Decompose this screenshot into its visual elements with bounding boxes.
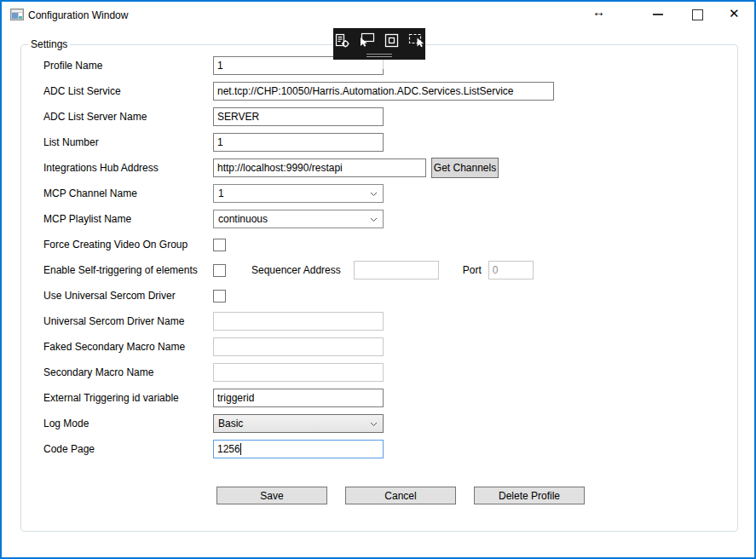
chevron-down-icon: [370, 217, 378, 222]
port-label: Port: [463, 264, 482, 276]
log-mode-value: Basic: [218, 418, 243, 429]
settings-groupbox: Settings Profile Name ADC List Service A…: [20, 44, 738, 532]
adc-list-service-input[interactable]: [213, 82, 554, 101]
window-title: Configuration Window: [28, 9, 128, 21]
get-channels-button[interactable]: Get Channels: [431, 158, 499, 178]
row-adc-list-service: ADC List Service: [43, 78, 737, 104]
port-input[interactable]: [488, 261, 534, 280]
mcp-channel-label: MCP Channel Name: [43, 187, 213, 199]
universal-sercom-name-input[interactable]: [213, 312, 384, 331]
minimize-button[interactable]: [653, 14, 663, 15]
chevron-down-icon: [370, 192, 378, 197]
cancel-button[interactable]: Cancel: [345, 487, 456, 504]
list-number-label: List Number: [43, 136, 213, 148]
row-enable-self-triggering: Enable Self-triggering of elements Seque…: [43, 257, 737, 283]
list-number-input[interactable]: [213, 133, 384, 152]
mcp-playlist-combobox[interactable]: continuous: [213, 210, 384, 228]
external-triggering-label: External Triggering id variable: [43, 392, 213, 404]
adc-list-service-label: ADC List Service: [43, 85, 213, 97]
use-universal-sercom-checkbox[interactable]: [213, 290, 226, 303]
sequencer-address-label: Sequencer Address: [251, 264, 341, 276]
universal-sercom-name-label: Universal Sercom Driver Name: [43, 315, 213, 327]
row-list-number: List Number: [43, 130, 737, 155]
code-page-input[interactable]: 1256: [213, 440, 384, 458]
floating-annotation-toolbar[interactable]: [333, 28, 425, 60]
toolbar-guide-line: [383, 60, 384, 69]
action-buttons: Save Cancel Delete Profile: [216, 487, 737, 504]
delete-profile-button[interactable]: Delete Profile: [474, 487, 585, 504]
enable-self-triggering-checkbox[interactable]: [213, 264, 226, 277]
force-creating-video-checkbox[interactable]: [213, 239, 226, 251]
external-triggering-input[interactable]: [213, 389, 384, 407]
configuration-window: Configuration Window ↔ ✕ Settings Profil…: [0, 0, 756, 559]
use-universal-sercom-label: Use Universal Sercom Driver: [43, 290, 213, 302]
adc-list-server-name-input[interactable]: [213, 107, 384, 126]
title-bar[interactable]: Configuration Window ↔ ✕: [2, 2, 754, 27]
row-log-mode: Log Mode Basic: [43, 411, 737, 436]
integrations-hub-input[interactable]: [213, 158, 426, 177]
row-force-creating-video: Force Creating Video On Group: [43, 232, 737, 257]
mcp-channel-value: 1: [218, 187, 224, 199]
save-button[interactable]: Save: [216, 487, 327, 504]
row-external-triggering: External Triggering id variable: [43, 385, 737, 411]
text-caret: [240, 443, 241, 455]
integrations-hub-label: Integrations Hub Address: [43, 162, 213, 174]
row-code-page: Code Page 1256: [43, 436, 737, 462]
code-page-value: 1256: [217, 443, 240, 455]
row-universal-sercom-name: Universal Sercom Driver Name: [43, 308, 737, 334]
close-button[interactable]: ✕: [729, 6, 740, 21]
log-mode-combobox[interactable]: Basic: [213, 414, 384, 433]
secondary-macro-label: Secondary Macro Name: [43, 366, 213, 378]
row-use-universal-sercom: Use Universal Sercom Driver: [43, 283, 737, 308]
toolbar-drag-handle[interactable]: [366, 52, 392, 57]
chevron-down-icon: [370, 422, 378, 427]
resize-arrows-icon: ↔: [592, 4, 605, 19]
force-creating-video-label: Force Creating Video On Group: [43, 239, 213, 251]
row-mcp-channel: MCP Channel Name 1: [43, 181, 737, 206]
settings-group-label: Settings: [28, 38, 70, 50]
profile-name-label: Profile Name: [43, 60, 213, 72]
row-integrations-hub: Integrations Hub Address Get Channels: [43, 155, 737, 181]
mcp-playlist-value: continuous: [218, 213, 268, 225]
enable-self-triggering-label: Enable Self-triggering of elements: [43, 264, 213, 276]
marquee-cursor-icon[interactable]: [408, 32, 424, 48]
code-page-label: Code Page: [43, 443, 213, 455]
adc-list-server-name-label: ADC List Server Name: [43, 111, 213, 123]
log-mode-label: Log Mode: [43, 418, 213, 429]
faked-secondary-macro-input[interactable]: [213, 337, 384, 356]
sequencer-address-input[interactable]: [354, 261, 439, 280]
faked-secondary-macro-label: Faked Secondary Macro Name: [43, 341, 213, 353]
row-faked-secondary-macro: Faked Secondary Macro Name: [43, 334, 737, 360]
row-adc-list-server-name: ADC List Server Name: [43, 104, 737, 130]
row-secondary-macro: Secondary Macro Name: [43, 360, 737, 385]
row-mcp-playlist: MCP Playlist Name continuous: [43, 206, 737, 232]
square-in-square-icon[interactable]: [384, 32, 400, 48]
mcp-playlist-label: MCP Playlist Name: [43, 213, 213, 225]
cursor-rectangle-icon[interactable]: [359, 32, 375, 48]
maximize-button[interactable]: [692, 9, 703, 20]
script-target-icon[interactable]: [334, 32, 350, 48]
mcp-channel-combobox[interactable]: 1: [213, 184, 384, 203]
app-window-icon: [10, 9, 24, 20]
secondary-macro-input[interactable]: [213, 363, 384, 382]
